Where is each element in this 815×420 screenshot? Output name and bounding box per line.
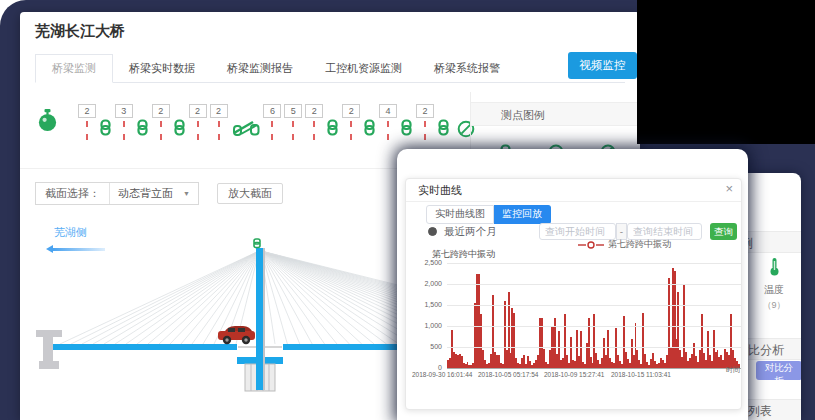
sensor-count-group: 2 <box>189 104 207 140</box>
y-tick-label: 2,000 <box>410 280 442 287</box>
temperature-count: （9） <box>750 299 798 312</box>
sensor-count-group: 2 <box>78 104 96 140</box>
legend-series-label: 第七跨跨中振动 <box>608 238 671 251</box>
chart-legend[interactable]: 第七跨跨中振动 <box>578 238 671 251</box>
chain-link-icon[interactable] <box>99 119 112 140</box>
sensor-dash-line <box>86 121 88 140</box>
gridline <box>447 347 741 348</box>
sensor-count-badge: 4 <box>379 104 397 118</box>
x-tick-label: 2018-10-09 15:27:41 <box>544 371 604 378</box>
main-tab[interactable]: 工控机资源监测 <box>309 55 418 82</box>
enlarge-section-button[interactable]: 放大截面 <box>217 183 283 204</box>
sensor-count-badge: 2 <box>305 104 323 118</box>
screenshot-canvas: 芜湖长江大桥 桥梁监测桥梁实时数据桥梁监测报告工控机资源监测桥梁系统报警 视频监… <box>0 0 815 420</box>
chain-link-icon[interactable] <box>173 119 186 140</box>
x-tick-label: 2018-10-15 11:03:41 <box>611 371 671 378</box>
section-controls: 截面选择： 动态背立面 ▼ 放大截面 <box>35 182 283 205</box>
sensor-count-badge: 5 <box>284 104 302 118</box>
chain-link-icon[interactable] <box>400 119 413 140</box>
y-tick-label: 1,500 <box>410 301 442 308</box>
sensor-count-badge: 2 <box>416 104 434 118</box>
legend-marker-icon <box>578 241 604 249</box>
sensor-count-badge: 3 <box>115 104 133 118</box>
sensor-count-group: 6 <box>263 104 281 140</box>
temperature-label: 温度 <box>750 283 798 297</box>
sensor-count-group: 5 <box>284 104 302 140</box>
recent-two-months-radio[interactable] <box>428 227 437 236</box>
redacted-region <box>637 0 815 144</box>
sensor-dash-line <box>123 121 125 140</box>
section-select-value: 动态背立面 <box>118 183 173 204</box>
sensor-count-badge: 2 <box>342 104 360 118</box>
realtime-curve-dialog: 实时曲线 × 实时曲线图监控回放 最近两个月 - 查询 第七跨跨中振动 <box>405 178 742 410</box>
temperature-measure-point[interactable]: 温度 （9） <box>750 257 798 312</box>
y-tick-label: 2,500 <box>410 259 442 266</box>
sensor-dash-line <box>292 121 294 140</box>
x-tick-label: 2018-09-30 16:01:44 <box>412 371 472 378</box>
sensor-dash-line <box>350 121 352 140</box>
chevron-down-icon: ▼ <box>183 183 190 204</box>
y-tick-label: 0 <box>410 364 442 371</box>
main-tab[interactable]: 桥梁监测 <box>35 54 113 83</box>
chain-link-icon[interactable] <box>437 119 450 140</box>
sensor-status-bar: 23222652242 <box>20 96 490 144</box>
sensor-count-group: 2 <box>342 104 360 140</box>
query-button[interactable]: 查询 <box>710 223 737 240</box>
sensor-count-group: 3 <box>115 104 133 140</box>
popup-window: 实时曲线 × 实时曲线图监控回放 最近两个月 - 查询 第七跨跨中振动 <box>397 149 748 420</box>
sensor-count-group: 4 <box>379 104 397 140</box>
sensor-count-badge: 2 <box>78 104 96 118</box>
dialog-tab[interactable]: 监控回放 <box>494 205 551 224</box>
recent-two-months-label: 最近两个月 <box>444 225 497 239</box>
main-tab[interactable]: 桥梁监测报告 <box>211 55 309 82</box>
dialog-tab[interactable]: 实时曲线图 <box>426 205 494 224</box>
sensor-dash-line <box>387 121 389 140</box>
chain-link-icon[interactable] <box>326 119 339 140</box>
sensor-count-group: 2 <box>210 104 228 140</box>
gridline <box>447 326 741 327</box>
chain-link-icon[interactable] <box>136 119 149 140</box>
sensor-count-badge: 6 <box>263 104 281 118</box>
sensor-count-badge: 2 <box>152 104 170 118</box>
dialog-header: 实时曲线 × <box>406 179 741 202</box>
sensor-dash-line <box>218 121 220 140</box>
dialog-title: 实时曲线 <box>418 183 462 198</box>
main-tabbar: 桥梁监测桥梁实时数据桥梁监测报告工控机资源监测桥梁系统报警 <box>35 54 625 83</box>
y-tick-label: 500 <box>410 343 442 350</box>
x-axis-title: 时间 <box>726 365 740 375</box>
stopwatch-icon[interactable] <box>36 108 59 137</box>
chain-link-icon[interactable] <box>363 119 376 140</box>
sensor-dash-line <box>424 121 426 140</box>
legend-panel-title: 测点图例 <box>471 102 641 126</box>
sensor-count-group: 2 <box>305 104 323 140</box>
sensor-count-badge: 2 <box>189 104 207 118</box>
section-select-group: 截面选择： 动态背立面 ▼ <box>35 182 199 205</box>
video-monitor-button[interactable]: 视频监控 <box>568 52 637 79</box>
page-title: 芜湖长江大桥 <box>35 22 125 41</box>
sensor-dash-line <box>313 121 315 140</box>
y-tick-label: 1,000 <box>410 322 442 329</box>
sensor-count-group: 2 <box>416 104 434 140</box>
main-tab[interactable]: 桥梁实时数据 <box>113 55 211 82</box>
sensor-item-list: 23222652242 <box>78 96 450 140</box>
sensor-count-group: 2 <box>152 104 170 140</box>
section-select-label: 截面选择： <box>36 183 110 204</box>
gridline <box>447 263 741 264</box>
section-select-dropdown[interactable]: 动态背立面 ▼ <box>110 183 198 204</box>
thermometer-icon <box>769 262 780 279</box>
sensor-dash-line <box>197 121 199 140</box>
bar-series <box>447 263 741 368</box>
bearing-joint-icon[interactable] <box>231 117 261 140</box>
query-controls-row: 最近两个月 - 查询 <box>406 223 741 241</box>
dialog-tabbar: 实时曲线图监控回放 <box>426 205 551 224</box>
gridline <box>447 305 741 306</box>
sensor-dash-line <box>160 121 162 140</box>
main-tab[interactable]: 桥梁系统报警 <box>418 55 516 82</box>
vibration-chart-plot <box>447 263 741 369</box>
gridline <box>447 284 741 285</box>
compare-analysis-button[interactable]: 对比分析 <box>756 361 801 380</box>
sensor-count-badge: 2 <box>210 104 228 118</box>
x-tick-label: 2018-10-05 05:17:54 <box>478 371 538 378</box>
sensor-dash-line <box>271 121 273 140</box>
close-icon[interactable]: × <box>725 181 733 197</box>
